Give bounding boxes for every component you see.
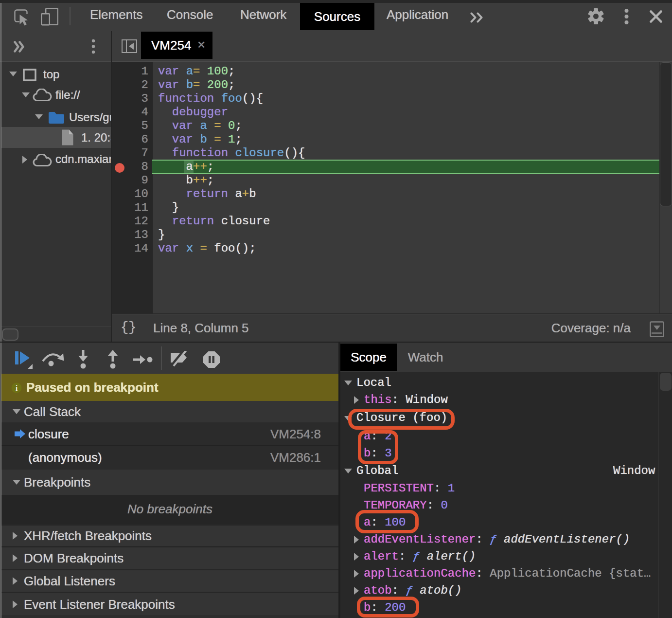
svg-text:i: i (16, 383, 18, 393)
